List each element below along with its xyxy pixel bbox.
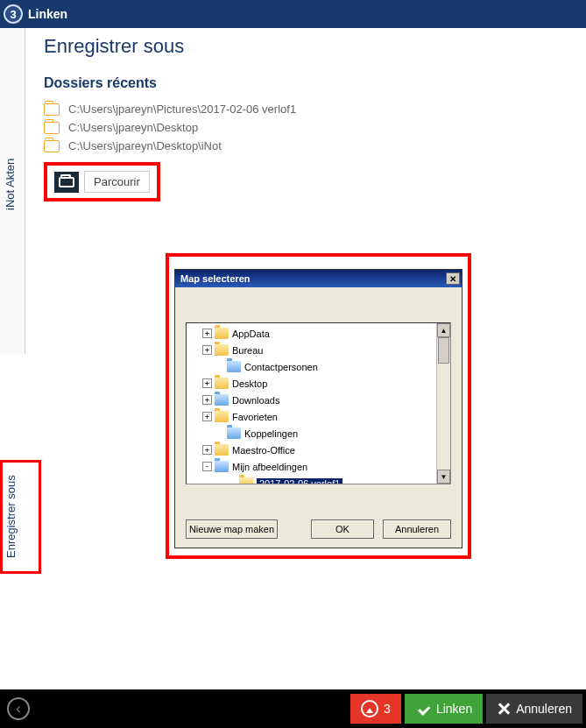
tree-expander[interactable]: +	[202, 412, 212, 421]
folder-icon	[227, 428, 241, 439]
folder-icon	[215, 394, 229, 406]
tree-label: Desktop	[232, 378, 267, 389]
scroll-down-button[interactable]: ▼	[437, 470, 450, 484]
tree-label: Koppelingen	[244, 428, 298, 439]
recent-folder-path: C:\Users\jpareyn\Desktop\iNot	[68, 139, 222, 152]
tree-node[interactable]: 2017-02-06 verlof1	[190, 475, 448, 484]
tree-node[interactable]: +Downloads	[190, 392, 448, 408]
browse-button[interactable]: Parcourir	[84, 171, 150, 193]
scroll-thumb[interactable]	[438, 337, 449, 364]
step-header: 3 Linken	[0, 0, 586, 28]
chevron-up-circle-icon	[361, 700, 378, 717]
tree-node[interactable]: -Mijn afbeeldingen	[190, 458, 448, 475]
cancel-button[interactable]: Annuleren	[383, 519, 451, 539]
recent-folder-item[interactable]: C:\Users\jpareyn\Pictures\2017-02-06 ver…	[44, 100, 575, 118]
tree-expander[interactable]: +	[202, 378, 212, 388]
step-number-badge: 3	[4, 4, 23, 24]
tree-label: AppData	[232, 329, 270, 339]
link-label: Linken	[436, 702, 472, 716]
tree-expander[interactable]: +	[202, 445, 212, 455]
back-button[interactable]: ‹	[7, 697, 30, 720]
folder-icon	[215, 378, 229, 389]
footer-bar: ‹ 3 Linken Annuleren	[0, 689, 586, 728]
tree-label: Favorieten	[232, 412, 278, 422]
scrollbar[interactable]: ▲ ▼	[436, 323, 450, 484]
close-icon	[497, 702, 511, 716]
link-button[interactable]: Linken	[405, 694, 483, 724]
recent-folder-path: C:\Users\jpareyn\Desktop	[68, 121, 198, 134]
dialog-title: Map selecteren	[180, 273, 250, 284]
footer-cancel-label: Annuleren	[516, 702, 572, 716]
count-value: 3	[384, 702, 391, 716]
tree-label: Bureau	[232, 345, 263, 356]
tree-label: Maestro-Office	[232, 445, 295, 456]
recent-folder-item[interactable]: C:\Users\jpareyn\Desktop	[44, 118, 575, 137]
chevron-left-icon: ‹	[16, 701, 20, 717]
step-title: Linken	[28, 7, 67, 21]
count-indicator[interactable]: 3	[350, 694, 401, 724]
highlight-dialog: Map selecteren ✕ +AppData+BureauContactp…	[166, 253, 471, 559]
footer-cancel-button[interactable]: Annuleren	[486, 694, 582, 724]
folder-tree[interactable]: +AppData+BureauContactpersonen+Desktop+D…	[186, 322, 451, 484]
check-icon	[415, 701, 431, 717]
folder-icon	[227, 361, 241, 372]
folder-icon	[44, 122, 60, 134]
tree-expander[interactable]: +	[202, 345, 212, 355]
dialog-button-row: Nieuwe map maken OK Annuleren	[186, 519, 451, 539]
recent-folders-heading: Dossiers récents	[44, 75, 575, 91]
page-title: Enregistrer sous	[44, 35, 575, 58]
folder-icon	[239, 477, 253, 484]
folder-icon	[215, 461, 229, 472]
tree-node[interactable]: +Bureau	[190, 342, 448, 358]
folder-icon	[215, 328, 229, 339]
tree-label: 2017-02-06 verlof1	[257, 478, 342, 485]
tree-label: Mijn afbeeldingen	[232, 462, 307, 472]
ok-button[interactable]: OK	[311, 519, 374, 539]
new-folder-button[interactable]: Nieuwe map maken	[186, 519, 278, 539]
tree-node[interactable]: +AppData	[190, 325, 448, 342]
scroll-up-button[interactable]: ▲	[437, 323, 450, 337]
recent-folder-path: C:\Users\jpareyn\Pictures\2017-02-06 ver…	[68, 102, 296, 116]
recent-folder-item[interactable]: C:\Users\jpareyn\Desktop\iNot	[44, 137, 575, 155]
folder-open-icon	[54, 172, 79, 193]
folder-icon	[215, 344, 229, 356]
tree-expander[interactable]: -	[202, 462, 212, 471]
tree-label: Contactpersonen	[244, 362, 318, 372]
tree-node[interactable]: Koppelingen	[190, 425, 448, 442]
folder-icon	[44, 140, 60, 152]
tree-node[interactable]: Contactpersonen	[190, 358, 448, 375]
folder-icon	[44, 103, 60, 116]
main-content: Enregistrer sous Dossiers récents C:\Use…	[44, 35, 575, 201]
sidebar-tab-enregistrer-sous[interactable]: Enregistrer sous	[4, 464, 18, 569]
tree-expander[interactable]: +	[202, 329, 212, 338]
sidebar-tab-inot-akten[interactable]: iNot Akten	[4, 149, 17, 219]
dialog-close-button[interactable]: ✕	[446, 272, 460, 285]
folder-icon	[215, 411, 229, 422]
tree-node[interactable]: +Desktop	[190, 375, 448, 392]
dialog-titlebar: Map selecteren ✕	[175, 270, 462, 287]
folder-select-dialog: Map selecteren ✕ +AppData+BureauContactp…	[174, 269, 462, 548]
recent-folders-list: C:\Users\jpareyn\Pictures\2017-02-06 ver…	[44, 100, 575, 155]
highlight-browse: Parcourir	[44, 162, 160, 201]
tree-node[interactable]: +Favorieten	[190, 408, 448, 425]
tree-node[interactable]: +Maestro-Office	[190, 442, 448, 458]
tree-expander[interactable]: +	[202, 395, 212, 405]
tree-label: Downloads	[232, 395, 279, 406]
folder-icon	[215, 444, 229, 456]
